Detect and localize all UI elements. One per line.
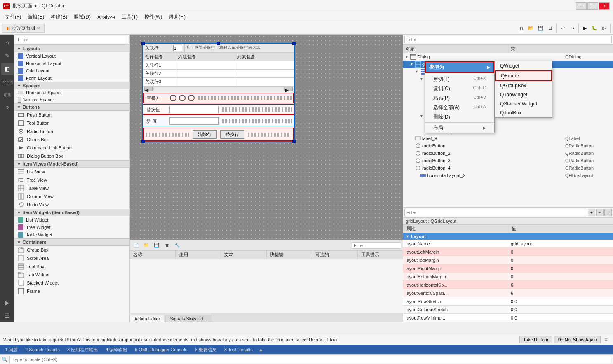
submenu-item-qtabwidget[interactable]: QTabWidget: [495, 90, 552, 99]
minimize-button[interactable]: ─: [576, 2, 587, 10]
new-value-input[interactable]: [169, 117, 219, 125]
props-settings-btn[interactable]: ⋮: [604, 209, 612, 216]
widget-tab-widget[interactable]: Tab Widget: [14, 271, 129, 279]
widget-table-widget[interactable]: Table Widget: [14, 231, 129, 238]
radio-2[interactable]: [179, 95, 186, 101]
menu-file[interactable]: 文件(F): [2, 13, 24, 21]
widget-tool-button[interactable]: Tool Button: [14, 119, 129, 127]
tb-undo[interactable]: ↩: [558, 24, 567, 33]
expand-dialog[interactable]: ▼: [405, 55, 410, 59]
sidebar-bottom2[interactable]: ☰: [1, 310, 14, 322]
expand-h1[interactable]: ▼: [420, 77, 425, 81]
scrollbar-track[interactable]: [153, 87, 284, 91]
maximize-button[interactable]: □: [587, 2, 598, 10]
tree-row-hlayout2[interactable]: horizontalLayout_2 QHBoxLayout: [403, 172, 613, 179]
widget-list-view[interactable]: List View: [14, 168, 129, 176]
replace-value-input[interactable]: [169, 106, 219, 113]
table-row-2[interactable]: 关联行2: [143, 70, 294, 78]
section-layouts[interactable]: ▼ Layouts: [14, 45, 129, 52]
status-chevron-icon[interactable]: ▲: [258, 347, 263, 352]
menu-build[interactable]: 构建(B): [47, 13, 70, 21]
sidebar-project[interactable]: 项目: [1, 89, 14, 101]
widget-v-spacer[interactable]: Vertical Spacer: [14, 96, 129, 103]
submenu-item-qgroupbox[interactable]: QGroupBox: [495, 81, 552, 90]
tb-save[interactable]: 💾: [536, 24, 545, 33]
widget-radio-button[interactable]: Radio Button: [14, 127, 129, 135]
close-button[interactable]: ✕: [599, 2, 610, 10]
props-filter-input[interactable]: [404, 209, 587, 216]
action-open[interactable]: 📁: [142, 241, 151, 250]
props-plus-btn[interactable]: +: [588, 209, 595, 216]
table-row-3[interactable]: 关联行3: [143, 78, 294, 86]
action-new[interactable]: 📄: [132, 241, 141, 250]
handle-bl[interactable]: [141, 140, 145, 143]
action-filter-input[interactable]: [352, 242, 401, 249]
handle-br[interactable]: [292, 140, 296, 143]
status-tab-compile[interactable]: 4 编译输出: [102, 346, 131, 353]
sidebar-design[interactable]: ◧: [1, 63, 14, 75]
widget-column-view[interactable]: Column View: [14, 192, 129, 201]
tb-run[interactable]: ▷: [599, 24, 608, 33]
widget-command-link[interactable]: Command Link Button: [14, 144, 129, 152]
replace-button[interactable]: 替换行: [220, 130, 244, 139]
handle-tr[interactable]: [292, 42, 296, 45]
widget-check-box[interactable]: Check Box: [14, 135, 129, 144]
props-section-arrow[interactable]: ▼: [406, 234, 409, 238]
menu-help[interactable]: 帮助(H): [165, 13, 189, 21]
expand-vert[interactable]: ▼: [415, 70, 420, 74]
handle-tc[interactable]: [217, 42, 220, 45]
status-tab-overview[interactable]: 6 概要信息: [192, 346, 220, 353]
widget-h-spacer[interactable]: Horizontal Spacer: [14, 89, 129, 96]
tree-row-radio4[interactable]: radioButton_4 QRadioButton: [403, 164, 613, 172]
scroll-right-btn[interactable]: ▶: [284, 87, 293, 91]
table-row-1[interactable]: 关联行1: [143, 61, 294, 70]
widget-form-layout[interactable]: Form Layout: [14, 75, 129, 82]
ctx-item-cut[interactable]: 剪切(T) Ctrl+X: [425, 75, 494, 84]
sidebar-bottom1[interactable]: ▶: [1, 296, 14, 309]
action-delete[interactable]: 🗑: [162, 241, 171, 250]
widget-frame[interactable]: Frame: [14, 287, 129, 295]
widget-filter-input[interactable]: [16, 36, 128, 43]
relation-value-input[interactable]: [173, 45, 182, 51]
tab-action-editor[interactable]: Action Editor: [130, 315, 164, 322]
scrollbar-row[interactable]: ◀ ▶: [143, 86, 294, 91]
widget-tool-box[interactable]: Tool Box: [14, 262, 129, 271]
info-close-icon[interactable]: ✕: [602, 337, 610, 343]
ctx-item-copy[interactable]: 复制(C) Ctrl+C: [425, 84, 494, 93]
widget-push-button[interactable]: Push Button: [14, 111, 129, 119]
tb-build[interactable]: ▶: [580, 24, 590, 33]
submenu-item-qstacked[interactable]: QStackedWidget: [495, 99, 552, 108]
menu-tools[interactable]: 工具(T): [118, 13, 141, 21]
clear-button[interactable]: 清除行: [193, 130, 217, 139]
action-save[interactable]: 💾: [152, 241, 161, 250]
tree-row-radio1[interactable]: radioButton QRadioButton: [403, 142, 613, 149]
tab-signals-slots[interactable]: Signals Slots Ed...: [165, 315, 211, 322]
widget-tree-view[interactable]: Tree View: [14, 176, 129, 184]
widget-undo-view[interactable]: Undo View: [14, 201, 129, 209]
props-minus-btn[interactable]: −: [596, 209, 604, 216]
tree-row-radio2[interactable]: radioButton_2 QRadioButton: [403, 149, 613, 157]
do-not-show-button[interactable]: Do Not Show Again: [554, 336, 601, 343]
ctx-item-delete[interactable]: 删除(D): [425, 112, 494, 122]
tb-debug[interactable]: 🐛: [590, 24, 599, 33]
take-ui-tour-button[interactable]: Take UI Tour: [519, 336, 552, 343]
sidebar-edit[interactable]: ✎: [1, 49, 14, 62]
tb-open[interactable]: 📂: [526, 24, 535, 33]
ctx-item-layout[interactable]: 布局 ▶: [425, 123, 494, 133]
tb-save-all[interactable]: ⊞: [545, 24, 554, 33]
widget-table-view[interactable]: Table View: [14, 184, 129, 192]
widget-vertical-layout[interactable]: Vertical Layout: [14, 52, 129, 60]
handle-tl[interactable]: [141, 42, 145, 45]
widget-list-widget[interactable]: List Widget: [14, 216, 129, 224]
menu-edit[interactable]: 编辑(E): [24, 13, 47, 21]
scroll-left-btn[interactable]: ◀: [144, 87, 153, 91]
action-settings[interactable]: 🔧: [173, 241, 182, 250]
ctx-item-paste[interactable]: 粘贴(P) Ctrl+V: [425, 93, 494, 103]
tree-row-radio3[interactable]: radioButton_3 QRadioButton: [403, 157, 613, 164]
widget-grid-layout[interactable]: Grid Layout: [14, 67, 129, 75]
section-item-widgets[interactable]: ▼ Item Widgets (Item-Based): [14, 209, 129, 216]
sidebar-welcome[interactable]: ⌂: [1, 36, 14, 49]
status-tab-tests[interactable]: 8 Test Results: [221, 347, 256, 352]
section-item-views[interactable]: ▼ Item Views (Model-Based): [14, 160, 129, 168]
expand-grid[interactable]: ▼: [410, 62, 415, 66]
